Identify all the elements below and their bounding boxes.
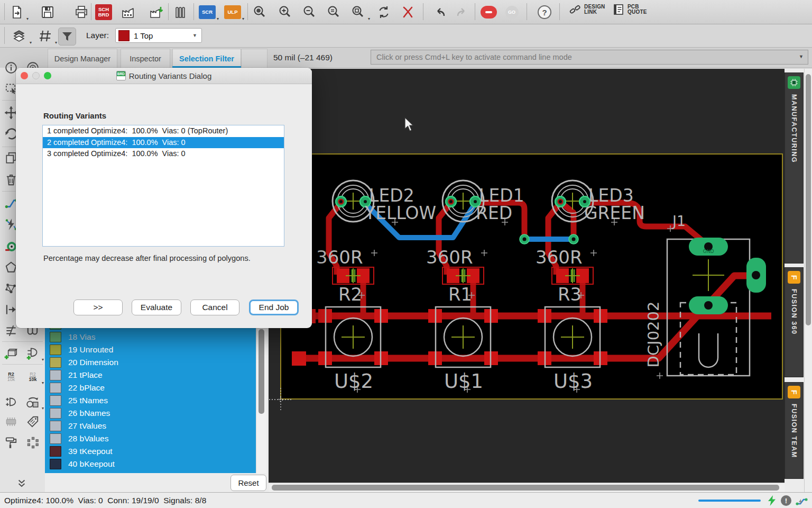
variant-item-3[interactable]: 3 completed Optimize4: 100.0% Vias: 0 [43, 148, 284, 160]
paint-icon[interactable] [3, 434, 19, 450]
sidebar-tab-manufacturing[interactable]: MANUFACTURING [785, 72, 804, 264]
pcb-canvas[interactable]: GND [269, 69, 785, 483]
mixing-icon[interactable] [400, 4, 417, 21]
sidebar-tab-fusion-360[interactable]: F FUSION 360 [785, 267, 804, 377]
scr-icon[interactable]: SCR ▾ [199, 4, 216, 21]
toolbar-separator [168, 3, 169, 20]
library-icon[interactable] [172, 4, 189, 21]
zoom-in-icon[interactable] [277, 4, 294, 21]
toolbar-separator [91, 3, 91, 20]
more-button[interactable]: >> [73, 300, 123, 315]
ic-icon[interactable] [3, 414, 19, 430]
go-label: GO [508, 10, 515, 15]
value-icon[interactable]: R210k ▾ [25, 369, 41, 385]
variant-item-1[interactable]: 1 completed Optimize4: 100.0% Vias: 0 (T… [43, 125, 284, 137]
invoke-gate-icon[interactable] [3, 394, 19, 410]
command-line[interactable]: ▼ [371, 50, 808, 65]
zoom-select-icon[interactable] [326, 4, 343, 21]
quick-route-icon[interactable] [767, 495, 777, 506]
save-icon[interactable] [39, 4, 56, 21]
add-part-icon[interactable] [3, 346, 19, 361]
layer-row-25-tnames[interactable]: 25 tNames [45, 394, 256, 407]
scrollbar-thumb[interactable] [272, 485, 779, 491]
layer-toolbar: ▾ ▾ Layer: 1 Top ▼ [0, 24, 812, 48]
tab-selection-filter[interactable]: Selection Filter [172, 49, 241, 68]
layer-row-40-bkeepout[interactable]: 40 bKeepout [45, 458, 256, 470]
layer-select[interactable]: 1 Top ▼ [115, 28, 202, 43]
tab-design-manager[interactable]: Design Manager [48, 49, 117, 68]
new-document-icon[interactable]: ▾ [8, 4, 25, 21]
layer-row-21-tplace[interactable]: 21 tPlace [45, 369, 256, 382]
design-link-button[interactable]: DESIGNLINK [569, 3, 605, 16]
end-job-button[interactable]: End Job [249, 300, 299, 315]
group-icon[interactable] [25, 434, 41, 450]
connector-name: J1 [671, 213, 686, 229]
scrollbar-thumb[interactable] [259, 329, 264, 414]
routing-variants-heading: Routing Variants [43, 111, 106, 120]
sch-brd-icon[interactable]: SCH BRD [95, 4, 112, 21]
layer-row-26-bnames[interactable]: 26 bNames [45, 407, 256, 420]
layer-color-swatch [50, 370, 61, 380]
layer-row-39-tkeepout[interactable]: 39 tKeepout [45, 445, 256, 458]
layer-row-20-dimension[interactable]: 20 Dimension [45, 356, 256, 369]
minimize-icon[interactable] [32, 72, 40, 79]
dialog-title-bar[interactable]: BRD Routing Variants Dialog [16, 68, 312, 84]
zoom-fit-icon[interactable] [252, 4, 269, 21]
variant-item-2-selected[interactable]: 2 completed Optimize4: 100.0% Vias: 0 [43, 137, 284, 149]
close-icon[interactable] [21, 72, 28, 79]
evaluate-button[interactable]: Evaluate [132, 300, 181, 315]
undo-icon[interactable] [431, 4, 448, 21]
refresh-icon[interactable] [375, 4, 392, 21]
alert-icon[interactable]: ! [781, 495, 791, 506]
layer-row-label: 18 Vias [68, 332, 95, 342]
grid-icon[interactable]: ▾ [37, 28, 54, 44]
cam-processor-icon[interactable] [119, 4, 136, 21]
layer-row-22-bplace[interactable]: 22 bPlace [45, 382, 256, 394]
r1-name: R1 [448, 284, 472, 305]
more-tools-icon[interactable] [14, 475, 30, 491]
stop-icon[interactable] [480, 4, 497, 21]
canvas-vertical-scrollbar[interactable] [804, 69, 812, 492]
dropdown-caret-icon: ▾ [42, 380, 44, 385]
layer-color-swatch [50, 383, 61, 393]
cam-export-icon[interactable] [148, 4, 165, 21]
layer-row-label: 28 bValues [68, 434, 108, 443]
visible-layers-icon[interactable]: ▾ [12, 28, 29, 44]
go-icon[interactable]: GO [503, 4, 520, 21]
reset-button[interactable]: Reset [230, 475, 266, 491]
name-icon[interactable]: R210k [3, 369, 19, 385]
help-icon[interactable]: ? [536, 4, 553, 21]
status-bar: Optimize4: 100.0% Vias: 0 Conn: 19/19/0 … [0, 492, 812, 508]
layer-row-19-unrouted[interactable]: 19 Unrouted [45, 343, 256, 356]
dropdown-caret-icon: ▾ [42, 357, 44, 362]
zoom-out-icon[interactable] [301, 4, 318, 21]
gnd-pad-label: GND [703, 249, 714, 254]
attribute-tag-icon[interactable] [25, 414, 41, 430]
brd-label: BRD [98, 12, 109, 17]
add-gate-icon[interactable]: ▾ [25, 346, 41, 361]
progress-bar [698, 500, 761, 502]
replace-icon[interactable]: ▾ [25, 394, 41, 410]
scrollbar-thumb[interactable] [806, 74, 811, 325]
r1-value: 360R [426, 247, 473, 268]
ulp-icon[interactable]: ULP ▾ [224, 4, 241, 21]
cancel-button[interactable]: Cancel [190, 300, 239, 315]
tab-inspector[interactable]: Inspector [121, 49, 170, 68]
layer-row-28-bvalues[interactable]: 28 bValues [45, 432, 256, 445]
pcb-quote-button[interactable]: PCBQUOTE [612, 3, 647, 16]
routing-variants-list[interactable]: 1 completed Optimize4: 100.0% Vias: 0 (T… [42, 125, 284, 247]
layer-row-27-tvalues[interactable]: 27 tValues [45, 420, 256, 432]
fusion-team-icon: F [788, 386, 800, 398]
redo-icon[interactable] [454, 4, 470, 21]
drc-errors-icon[interactable] [795, 495, 808, 506]
layer-row-18-vias[interactable]: 18 Vias [45, 331, 256, 343]
canvas-horizontal-scrollbar[interactable] [269, 483, 785, 492]
dialog-title: Routing Variants Dialog [129, 71, 211, 80]
command-line-input[interactable] [371, 50, 808, 64]
selection-filter-icon[interactable] [58, 28, 76, 46]
zoom-redraw-icon[interactable]: ▾ [350, 4, 367, 21]
sidebar-tab-fusion-team[interactable]: F FUSION TEAM [785, 382, 804, 479]
layer-color-swatch [50, 357, 61, 368]
zoom-window-icon[interactable] [44, 72, 51, 79]
print-icon[interactable] [73, 4, 90, 21]
